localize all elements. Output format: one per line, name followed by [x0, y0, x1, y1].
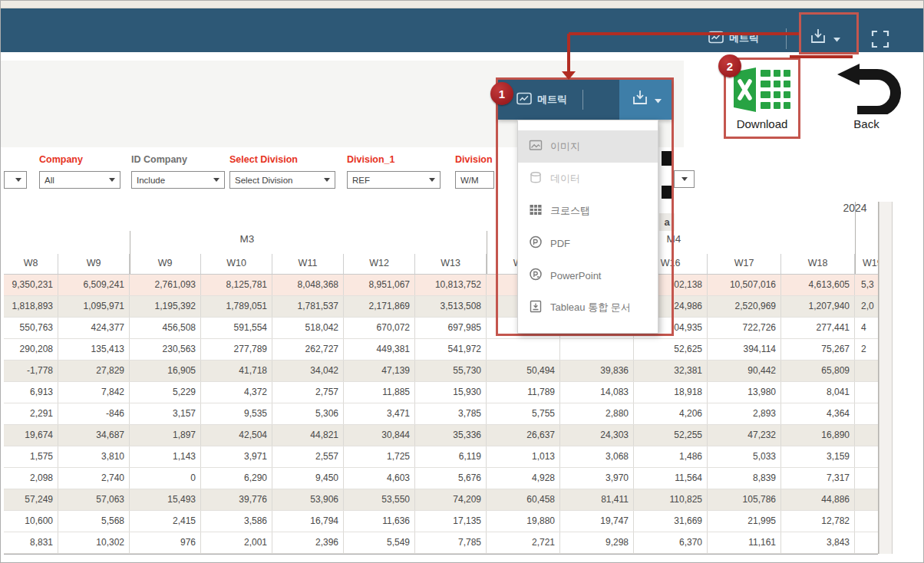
table-right-edge [878, 202, 879, 554]
table-cell: 8,831 [4, 532, 58, 553]
table-cell: 34,687 [58, 425, 130, 446]
table-cell: 53,550 [344, 489, 415, 510]
table-cell: 26,637 [487, 425, 560, 446]
table-cell: 16,890 [781, 425, 855, 446]
table-cell: 2 [855, 339, 878, 360]
table-cell: 1,095,971 [58, 296, 130, 317]
table-cell: 6,290 [201, 468, 272, 489]
vertical-scrollbar[interactable] [879, 202, 893, 554]
annotation-connector-line [567, 34, 570, 71]
table-cell: 2,396 [272, 532, 344, 553]
table-cell: 135,413 [58, 339, 130, 360]
table-cell: 3,810 [58, 446, 130, 467]
table-cell: 47,232 [708, 425, 781, 446]
table-cell: 44,821 [272, 425, 344, 446]
division-1-dropdown[interactable]: REF [347, 171, 441, 189]
annotation-connector-line-2 [790, 55, 853, 58]
download-popup: 메트릭 이미지 데이터 크로스탭 [496, 77, 674, 336]
table-cell: 15,930 [415, 382, 487, 403]
table-cell: 277,441 [781, 318, 855, 338]
table-cell: 3,159 [781, 446, 855, 467]
filter-division-1: Division_1 REF [347, 171, 441, 189]
metrics-button[interactable]: 메트릭 [708, 27, 759, 50]
annotation-arrowhead [562, 71, 576, 80]
chevron-down-icon [15, 178, 21, 182]
menu-item-label: 크로스탭 [550, 204, 590, 218]
table-cell: 670,072 [344, 318, 415, 338]
table-cell: 90,442 [708, 361, 781, 381]
table-cell: 5,549 [344, 532, 415, 553]
table-cell: 65,809 [781, 361, 855, 381]
table-cell: 39,776 [201, 489, 272, 510]
table-cell: 10,302 [58, 532, 130, 553]
table-cell [855, 446, 878, 467]
download-menu: 이미지 데이터 크로스탭 PDF PowerPoint Tableau 통합 문… [517, 120, 658, 334]
menu-item-tableau-workbook[interactable]: Tableau 통합 문서 [518, 291, 658, 324]
table-cell: 2,757 [272, 382, 344, 403]
table-cell: 7,785 [415, 532, 487, 553]
menu-item-image[interactable]: 이미지 [518, 130, 658, 163]
menu-item-pdf[interactable]: PDF [518, 227, 658, 259]
table-cell: 11,885 [344, 382, 415, 403]
menu-item-crosstab[interactable]: 크로스탭 [518, 195, 658, 227]
table-cell: 31,669 [634, 511, 708, 532]
table-row: 2,0982,74006,2909,4504,6035,6764,9283,97… [4, 468, 878, 489]
week-header-cell: W9 [130, 254, 201, 274]
select-division-dropdown[interactable]: Select Division [229, 171, 335, 189]
partial-dropdown-behind-popup[interactable] [674, 170, 695, 188]
table-cell: 230,563 [130, 339, 201, 360]
menu-item-data[interactable]: 데이터 [518, 163, 658, 195]
table-cell: 110,825 [634, 489, 708, 510]
popup-header: 메트릭 [498, 80, 672, 120]
table-cell: 41,718 [201, 361, 272, 381]
download-menu-button-active[interactable] [619, 80, 672, 120]
pdf-icon [529, 235, 543, 251]
table-cell: 6,913 [4, 382, 58, 403]
table-cell [855, 511, 878, 532]
table-cell: 52,625 [634, 339, 708, 360]
table-cell: 12,782 [781, 511, 855, 532]
id-company-dropdown[interactable]: Include [131, 171, 225, 189]
table-cell: 42,504 [201, 425, 272, 446]
table-cell: 34,042 [272, 361, 344, 381]
step-badge-1: 1 [490, 82, 513, 105]
table-cell: 19,747 [560, 511, 634, 532]
table-cell: 591,554 [201, 318, 272, 338]
week-header-row: W8W9W9W10W11W12W13W14W15W16W17W18W19 [4, 254, 878, 275]
table-cell: 60,458 [487, 489, 560, 510]
table-cell: 1,143 [130, 446, 201, 467]
filter-label-division-1: Division_1 [347, 154, 395, 165]
table-cell: 3,586 [201, 511, 272, 532]
filter-label-company: Company [39, 154, 83, 165]
database-icon [529, 171, 543, 186]
filter-partial [4, 171, 27, 189]
table-cell: 57,063 [58, 489, 130, 510]
table-cell: 456,508 [130, 318, 201, 338]
table-cell: 2,880 [560, 403, 634, 424]
table-cell: 44,886 [781, 489, 855, 510]
table-body: 9,350,2316,509,2412,761,0938,125,7818,04… [4, 275, 878, 554]
table-cell: 3,971 [201, 446, 272, 467]
chevron-down-icon [655, 93, 662, 107]
table-cell: 6,119 [415, 446, 487, 467]
table-cell: 3,068 [560, 446, 634, 467]
table-cell: 1,781,537 [272, 296, 344, 317]
table-row: 19,67434,6871,89742,50444,82130,84435,33… [4, 425, 878, 446]
tableau-toolbar: 메트릭 [1, 8, 923, 52]
fullscreen-icon[interactable] [870, 29, 890, 52]
table-cell [855, 489, 878, 510]
company-dropdown[interactable]: All [39, 171, 120, 189]
back-button[interactable] [834, 64, 902, 117]
annotation-box-toolbar-download [799, 12, 859, 54]
table-cell: 35,336 [415, 425, 487, 446]
division-2-dropdown[interactable]: W/M [455, 171, 494, 189]
table-cell [855, 403, 878, 424]
table-cell: 50,494 [487, 361, 560, 381]
table-cell: 19,674 [4, 425, 58, 446]
table-cell: 13,980 [708, 382, 781, 403]
table-cell: 47,139 [344, 361, 415, 381]
table-cell: 2,761,093 [130, 275, 201, 295]
partial-dropdown[interactable] [4, 171, 27, 189]
menu-item-powerpoint[interactable]: PowerPoint [518, 259, 658, 291]
table-cell: 3,785 [415, 403, 487, 424]
